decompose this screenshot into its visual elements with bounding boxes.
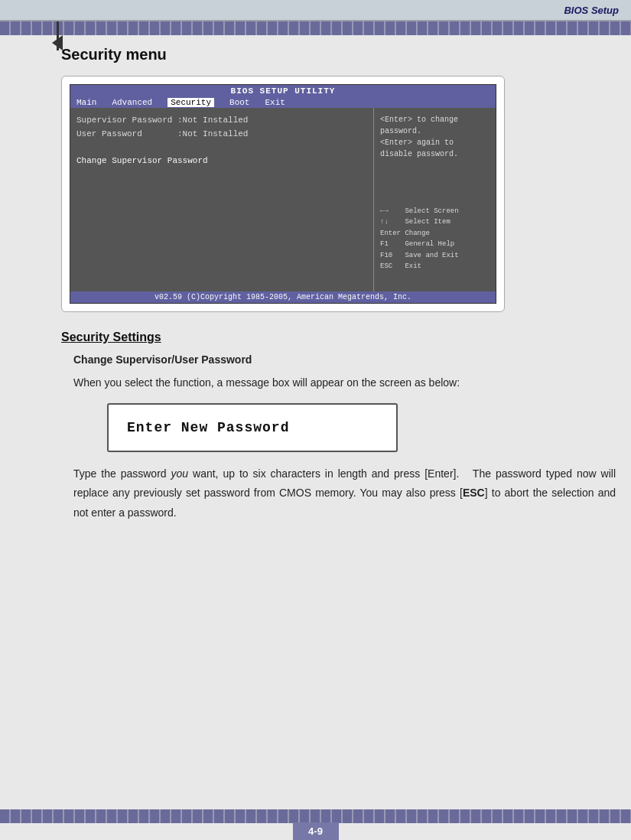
page-section-title: Security menu <box>61 46 616 63</box>
bios-screen: BIOS SETUP UTILITY Main Advanced Securit… <box>70 84 496 304</box>
bios-screenshot-box: BIOS SETUP UTILITY Main Advanced Securit… <box>61 76 505 312</box>
bios-footer: v02.59 (C)Copyright 1985-2005, American … <box>70 291 496 303</box>
header-title: BIOS Setup <box>564 5 619 16</box>
bios-supervisor-password: Supervisor Password :Not Installed <box>76 114 367 128</box>
instruction-text: Type the password you want, up to six ch… <box>73 464 616 523</box>
bios-menu-security: Security <box>168 98 214 107</box>
password-box-text: Enter New Password <box>127 420 289 435</box>
header-bar: BIOS Setup <box>0 0 631 21</box>
bios-menu-exit: Exit <box>265 98 285 107</box>
password-box: Enter New Password <box>107 403 398 452</box>
bios-title-bar: BIOS SETUP UTILITY <box>70 85 496 97</box>
bios-left-panel: Supervisor Password :Not Installed User … <box>70 108 373 291</box>
top-stripe <box>0 21 631 35</box>
bottom-stripe <box>0 809 631 823</box>
bios-user-password: User Password :Not Installed <box>76 128 367 142</box>
bios-right-panel: <Enter> to change password. <Enter> agai… <box>373 108 496 291</box>
bios-menu-bar: Main Advanced Security Boot Exit <box>70 97 496 108</box>
bios-menu-advanced: Advanced <box>112 98 152 107</box>
security-settings-heading: Security Settings <box>61 330 616 344</box>
subsection-title: Change Supervisor/User Password <box>73 353 616 366</box>
bios-nav-keys: ←→ Select Screen ↑↓ Select Item Enter Ch… <box>380 206 490 272</box>
italic-you: you <box>171 467 189 480</box>
bios-body: Supervisor Password :Not Installed User … <box>70 108 496 291</box>
main-content: Security menu BIOS SETUP UTILITY Main Ad… <box>61 46 616 809</box>
description-span: When you select the function, a message … <box>73 376 460 389</box>
bios-help-text: <Enter> to change password. <Enter> agai… <box>380 114 490 160</box>
bios-menu-main: Main <box>76 98 96 107</box>
esc-bold: ESC <box>463 487 485 499</box>
bios-change-supervisor: Change Supervisor Password <box>76 155 367 168</box>
bios-menu-boot: Boot <box>229 98 249 107</box>
page-number: 4-9 <box>293 822 339 840</box>
description-text: When you select the function, a message … <box>73 373 616 392</box>
